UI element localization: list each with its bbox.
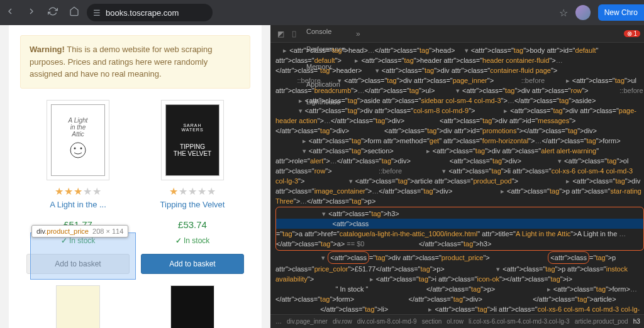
dom-tree[interactable]: ▸<attr">class="tag">head>…</attr">class=… bbox=[270, 43, 644, 314]
inspect-tooltip: div.product_price 208 × 114 bbox=[31, 225, 128, 238]
dom-node[interactable]: ▸<attr">class bbox=[316, 275, 412, 283]
back-icon[interactable] bbox=[5, 6, 15, 19]
new-chrome-badge[interactable]: New Chro bbox=[598, 4, 644, 21]
dom-node[interactable]: <attr">class bbox=[351, 127, 421, 134]
dom-node[interactable]: ::before bbox=[334, 167, 402, 175]
dom-node[interactable]: ▾<attr">class bbox=[306, 177, 391, 185]
star-rating: ★★★★★ bbox=[141, 185, 244, 197]
dom-node[interactable]: ▸<attr">class bbox=[275, 137, 345, 145]
crumb-item[interactable]: … bbox=[275, 318, 282, 325]
devtools-tab-console[interactable]: Console bbox=[301, 25, 352, 40]
dom-node[interactable]: </attr">class bbox=[275, 305, 358, 313]
error-count-badge[interactable]: ⊗ 1 bbox=[624, 30, 640, 37]
svg-point-2 bbox=[80, 148, 82, 150]
warning-alert: Warning! This is a demo website for web … bbox=[20, 35, 250, 89]
dom-node[interactable]: ▸<attr">class bbox=[547, 77, 608, 84]
crumb-item[interactable]: li.col-xs-6.col-sm-4.col-md-3.col-lg-3 bbox=[469, 318, 570, 325]
crumb-item[interactable]: div.page_inner bbox=[287, 318, 328, 325]
dom-node[interactable]: ▾<attr">class bbox=[457, 46, 508, 54]
dom-node[interactable]: ▸<attr">class bbox=[455, 187, 543, 195]
dom-node[interactable]: <attr">class bbox=[406, 117, 476, 124]
dom-node[interactable]: </attr">class bbox=[356, 295, 447, 303]
dom-node[interactable]: <attr">class="tag">p bbox=[492, 254, 616, 261]
dom-node[interactable]: " In stock " bbox=[275, 285, 368, 293]
product-title-link[interactable]: A Light in the ... bbox=[26, 200, 130, 209]
dom-node[interactable]: ::before bbox=[496, 77, 545, 84]
thumbnail[interactable]: A Lightin theAttic bbox=[47, 100, 109, 180]
crumb-item[interactable]: ol.row bbox=[447, 318, 464, 325]
thumbnail[interactable]: SARAHWATERSTIPPING THE VELVET bbox=[161, 100, 224, 180]
dom-node[interactable]: ▸<attr">class bbox=[275, 97, 341, 104]
crumb-item[interactable]: section bbox=[422, 318, 442, 325]
alert-strong: Warning! bbox=[30, 45, 65, 54]
url-text: books.toscrape.com bbox=[106, 8, 179, 18]
dom-node[interactable]: ▸<attr">class bbox=[275, 46, 326, 54]
instock-badge: In stock bbox=[141, 236, 244, 245]
dom-node[interactable]: </attr">class bbox=[367, 240, 457, 248]
dom-node[interactable]: ▾<attr">class bbox=[323, 77, 380, 84]
dom-node[interactable]: </attr">class bbox=[484, 295, 571, 303]
forward-icon[interactable] bbox=[26, 6, 36, 19]
svg-point-0 bbox=[70, 143, 86, 158]
more-tabs-icon[interactable]: » bbox=[353, 30, 364, 38]
device-toggle-icon[interactable]: ⌷ bbox=[289, 30, 299, 38]
browser-toolbar: ☰ books.toscrape.com ☆ New Chro bbox=[0, 0, 644, 25]
dom-node[interactable]: ▾<attr">class bbox=[275, 107, 341, 114]
dom-node[interactable]: ▸<attr">class bbox=[520, 177, 609, 185]
crumb-item[interactable]: div.col-sm-8.col-md-9 bbox=[357, 318, 417, 325]
dom-node[interactable]: ▾<attr">class="tag">div bbox=[275, 254, 401, 261]
svg-point-1 bbox=[74, 148, 76, 150]
page-viewport: Warning! This is a demo website for web … bbox=[0, 25, 270, 328]
profile-avatar[interactable] bbox=[575, 5, 591, 20]
dom-node[interactable]: ▸<attr">class bbox=[343, 57, 397, 64]
dom-node[interactable]: ▾<attr">class bbox=[447, 265, 539, 273]
dom-node[interactable]: ▸<attr">class bbox=[396, 147, 469, 155]
dom-node[interactable]: ▾<attr">class bbox=[275, 147, 345, 155]
dom-node[interactable]: ▾<attr">class bbox=[404, 167, 485, 175]
add-to-basket-button[interactable]: Add to basket bbox=[141, 254, 244, 274]
dom-node[interactable]: ▸<attr">class bbox=[390, 305, 471, 313]
address-bar[interactable]: ☰ books.toscrape.com bbox=[87, 4, 213, 21]
dom-node[interactable]: <attr">class bbox=[276, 219, 643, 229]
crumb-item[interactable]: h3 bbox=[633, 318, 640, 325]
inspect-element-icon[interactable]: ◩ bbox=[274, 30, 287, 38]
thumbnail[interactable] bbox=[56, 285, 100, 329]
product-card: SARAHWATERSTIPPING THE VELVET ★★★★★ Tipp… bbox=[141, 100, 244, 274]
crumb-item[interactable]: article.product_pod bbox=[575, 318, 628, 325]
home-icon[interactable] bbox=[69, 6, 79, 19]
dom-node[interactable]: ▾<attr">class bbox=[523, 157, 601, 165]
dom-node[interactable]: ▸<attr">class bbox=[477, 107, 547, 114]
product-price: £53.74 bbox=[141, 219, 244, 230]
reload-icon[interactable] bbox=[48, 6, 58, 19]
dom-node[interactable]: <attr">class bbox=[413, 157, 486, 165]
dom-node[interactable]: ▾<attr">class bbox=[436, 87, 498, 94]
breadcrumb-trail[interactable]: …div.page_innerdiv.rowdiv.col-sm-8.col-m… bbox=[270, 314, 644, 328]
dom-node[interactable]: </attr">class bbox=[370, 285, 464, 293]
dom-node[interactable]: ▸<attr">class bbox=[497, 285, 589, 293]
dom-node[interactable]: ▾<attr">class bbox=[364, 67, 418, 74]
dom-node[interactable]: ▾<attr">class bbox=[276, 210, 365, 217]
inspect-highlight bbox=[30, 232, 136, 280]
bookmark-icon[interactable]: ☆ bbox=[559, 7, 568, 19]
devtools-tabs: ◩ ⌷ RecorderElementsNetworkSourcesConsol… bbox=[270, 25, 644, 43]
product-title-link[interactable]: Tipping the Velvet bbox=[141, 200, 244, 209]
crumb-item[interactable]: div.row bbox=[333, 318, 352, 325]
thumbnail[interactable] bbox=[170, 285, 214, 329]
site-info-icon[interactable]: ☰ bbox=[93, 8, 101, 18]
star-rating: ★★★★★ bbox=[26, 185, 130, 197]
devtools-panel: ◩ ⌷ RecorderElementsNetworkSourcesConsol… bbox=[270, 25, 644, 328]
dom-node[interactable]: ::before bbox=[591, 87, 643, 94]
dom-node[interactable]: ::before bbox=[275, 77, 321, 84]
